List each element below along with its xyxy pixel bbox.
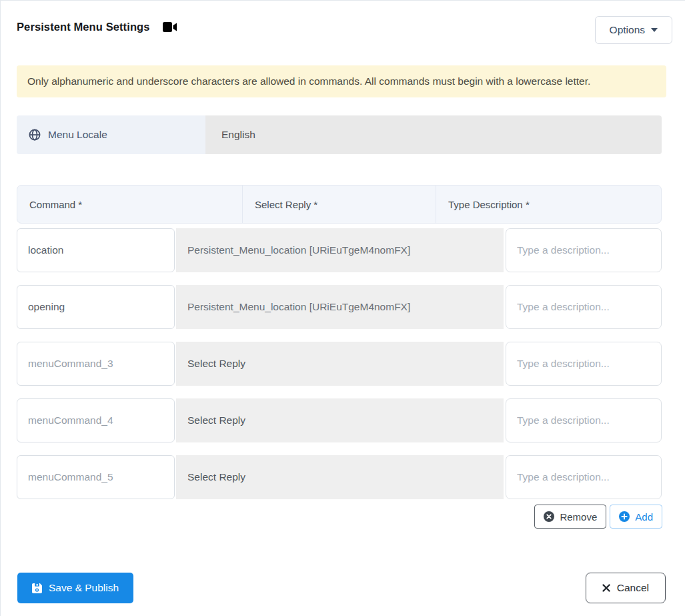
save-icon — [32, 583, 42, 593]
table-row: Select Reply — [17, 398, 662, 442]
x-icon — [602, 584, 610, 592]
command-input[interactable] — [17, 228, 175, 272]
table-row: Persistent_Menu_location [URiEuTgeM4nomF… — [17, 285, 662, 329]
options-button[interactable]: Options — [595, 16, 672, 44]
warning-banner: Only alphanumeric and underscore charact… — [17, 65, 666, 97]
description-input[interactable] — [506, 342, 662, 386]
command-input[interactable] — [17, 342, 175, 386]
command-input[interactable] — [17, 285, 175, 329]
video-camera-icon — [163, 22, 177, 32]
reply-select-text: Select Reply — [187, 414, 245, 426]
menu-locale-value-text: English — [221, 129, 255, 141]
command-input[interactable] — [17, 455, 175, 499]
menu-locale-row: Menu Locale English — [17, 115, 662, 154]
description-input[interactable] — [506, 285, 662, 329]
reply-select[interactable]: Select Reply — [176, 342, 504, 386]
reply-select-text: Persistent_Menu_location [URiEuTgeM4nomF… — [187, 301, 410, 313]
reply-select-text: Select Reply — [187, 358, 245, 370]
reply-select[interactable]: Persistent_Menu_location [URiEuTgeM4nomF… — [176, 285, 504, 329]
plus-circle-icon — [619, 511, 630, 522]
menu-locale-label: Menu Locale — [17, 115, 205, 154]
menu-locale-label-text: Menu Locale — [48, 129, 107, 141]
reply-select-text: Persistent_Menu_location [URiEuTgeM4nomF… — [187, 244, 410, 256]
save-publish-label: Save & Publish — [49, 582, 119, 594]
remove-button-label: Remove — [560, 511, 597, 523]
x-circle-icon — [544, 511, 554, 522]
reply-select[interactable]: Select Reply — [176, 398, 504, 442]
table-header: Command * Select Reply * Type Descriptio… — [17, 185, 662, 224]
add-row-button[interactable]: Add — [610, 505, 662, 529]
description-input[interactable] — [506, 398, 662, 442]
table-row: Select Reply — [17, 342, 662, 386]
description-input[interactable] — [506, 455, 662, 499]
add-button-label: Add — [635, 511, 653, 523]
save-publish-button[interactable]: Save & Publish — [17, 573, 133, 603]
reply-select[interactable]: Select Reply — [176, 455, 504, 499]
reply-select[interactable]: Persistent_Menu_location [URiEuTgeM4nomF… — [176, 228, 504, 272]
globe-icon — [29, 129, 41, 141]
row-actions: Remove Add — [534, 505, 662, 529]
description-input[interactable] — [506, 228, 662, 272]
table-row: Persistent_Menu_location [URiEuTgeM4nomF… — [17, 228, 662, 272]
remove-row-button[interactable]: Remove — [534, 505, 606, 529]
warning-banner-text: Only alphanumeric and underscore charact… — [27, 75, 590, 87]
column-header-type-description: Type Description * — [436, 186, 661, 223]
cancel-button[interactable]: Cancel — [586, 573, 666, 603]
cancel-button-label: Cancel — [617, 582, 649, 594]
page-title: Persistent Menu Settings — [17, 21, 150, 33]
page-header: Persistent Menu Settings — [17, 21, 177, 33]
chevron-down-icon — [651, 28, 658, 32]
table-row: Select Reply — [17, 455, 662, 499]
menu-locale-value[interactable]: English — [205, 115, 662, 154]
command-input[interactable] — [17, 398, 175, 442]
options-button-label: Options — [610, 24, 645, 36]
column-header-command: Command * — [17, 186, 242, 223]
column-header-select-reply: Select Reply * — [242, 186, 436, 223]
reply-select-text: Select Reply — [187, 471, 245, 483]
persistent-menu-settings-panel: Persistent Menu Settings Options Only al… — [0, 0, 685, 616]
